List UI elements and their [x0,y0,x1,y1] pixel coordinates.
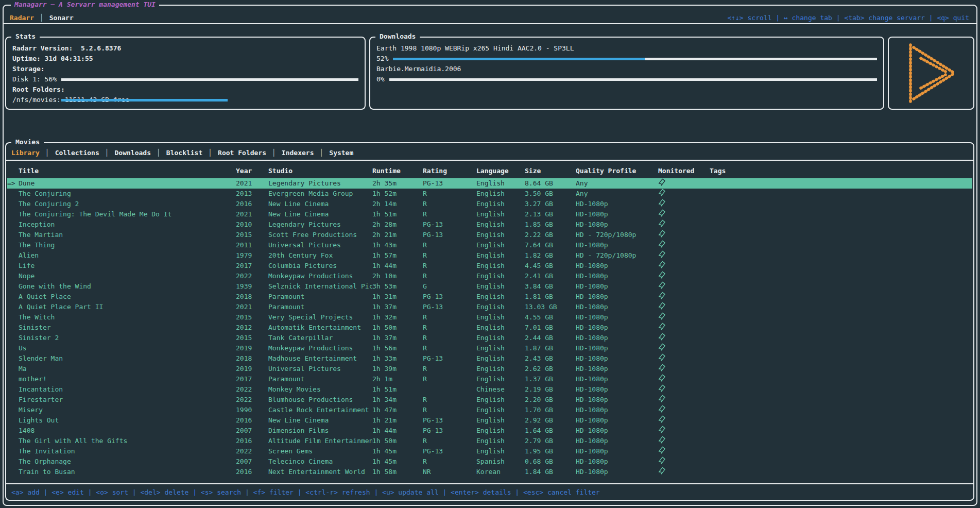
selection-marker [7,446,19,456]
movie-language: English [476,230,525,240]
downloads-list: Earth 1998 1080p WEBRip x265 Hindi AAC2.… [376,43,877,84]
movie-rating: R [423,271,476,281]
movie-title: Us [19,343,236,353]
monitored-bookmark-icon [658,323,665,331]
movie-row[interactable]: mother!2017Paramount2h 1mREnglish1.37 GB… [7,374,972,384]
selection-marker [7,436,19,446]
movie-rating: R [423,312,476,323]
movie-row[interactable]: A Quiet Place2018Paramount1h 31mPG-13Eng… [7,292,972,302]
tab-root-folders[interactable]: Root Folders [218,148,266,158]
monitored-bookmark-icon [658,292,665,300]
movie-language: English [476,240,525,250]
movie-quality-profile: HD-1080p [576,261,658,271]
movie-row[interactable]: =>Dune2021Legendary Pictures2h 35mPG-13E… [7,178,972,189]
movie-year: 2021 [236,209,268,219]
movie-row[interactable]: The Witch2015Very Special Projects1h 32m… [7,312,972,323]
selection-marker [7,240,19,250]
disk-usage-row: Disk 1: 56% [12,74,358,84]
movie-year: 2007 [236,456,268,467]
movie-row[interactable]: The Orphanage2007Telecinco Cinema1h 45mR… [7,456,972,467]
movies-table-body: =>Dune2021Legendary Pictures2h 35mPG-13E… [7,178,972,477]
movie-monitored [658,426,710,436]
movie-row[interactable]: A Quiet Place Part II2021Paramount1h 37m… [7,302,972,312]
movie-row[interactable]: The Invitation2022Screen Gems1h 45mPG-13… [7,446,972,456]
movie-row[interactable]: Alien197920th Century Fox1h 57mREnglish1… [7,250,972,261]
monitored-bookmark-icon [658,395,665,403]
movie-size: 4.55 GB [525,312,576,323]
tab-indexers[interactable]: Indexers [282,148,314,158]
movie-row[interactable]: 14082007Dimension Films1h 44mPG-13Englis… [7,426,972,436]
tab-library[interactable]: Library [11,148,40,158]
monitored-bookmark-icon [658,209,665,217]
movie-rating: G [423,281,476,292]
movie-row[interactable]: The Conjuring2013Evergreen Media Group1h… [7,189,972,199]
movie-year: 2016 [236,415,268,426]
movie-row[interactable]: The Martian2015Scott Free Productions2h … [7,230,972,240]
monitored-bookmark-icon [658,436,665,444]
movie-year: 2012 [236,323,268,333]
column-header-monitored: Monitored [658,166,710,176]
movie-studio: New Line Cinema [268,415,372,426]
movie-language: Spanish [476,456,525,467]
movie-studio: Monkeypaw Productions [268,271,372,281]
movie-quality-profile: HD - 720p/1080p [576,230,658,240]
movie-year: 2019 [236,364,268,374]
movie-year: 2018 [236,292,268,302]
movie-row[interactable]: The Girl with All the Gifts2016Altitude … [7,436,972,446]
movie-studio: New Line Cinema [268,199,372,209]
movie-title: Gone with the Wind [19,281,236,292]
movie-row[interactable]: Sinister2012Automatik Entertainment1h 50… [7,323,972,333]
movie-row[interactable]: Us2019Monkeypaw Productions1h 56mREnglis… [7,343,972,353]
app-title: Managarr — A Servarr management TUI [11,0,159,10]
movie-monitored [658,456,710,467]
movie-row[interactable]: Gone with the Wind1939Selznick Internati… [7,281,972,292]
tab-blocklist[interactable]: Blocklist [166,148,202,158]
movie-language: English [476,302,525,312]
movie-runtime: 2h 35m [372,178,423,189]
movie-size: 2.19 GB [525,384,576,395]
movie-row[interactable]: Slender Man2018Madhouse Entertainment1h … [7,353,972,364]
monitored-bookmark-icon [658,240,665,248]
managarr-play-logo-icon [901,41,961,106]
selection-marker [7,467,19,477]
movie-year: 2021 [236,178,268,189]
download-progress-row: 0% [376,74,877,84]
movie-monitored [658,333,710,343]
selection-marker [7,209,19,219]
movie-row[interactable]: Life2017Columbia Pictures1h 44mREnglish4… [7,261,972,271]
movie-row[interactable]: Misery1990Castle Rock Entertainment1h 47… [7,405,972,415]
stats-panel: Stats Radarr Version: 5.2.6.8376 Uptime:… [5,37,366,110]
movie-row[interactable]: Sinister 22015Tank Caterpillar1h 37mREng… [7,333,972,343]
tab-system[interactable]: System [329,148,353,158]
topbar: Radarr│Sonarr <↑↓> scroll | ↔ change tab… [10,12,969,24]
movie-quality-profile: HD-1080p [576,292,658,302]
monitored-bookmark-icon [658,302,665,310]
movie-row[interactable]: The Thing2011Universal Pictures1h 43mREn… [7,240,972,250]
movie-row[interactable]: Nope2022Monkeypaw Productions2h 10mREngl… [7,271,972,281]
movie-row[interactable]: Ma2019Universal Pictures1h 39mREnglish2.… [7,364,972,374]
column-header-rating: Rating [423,166,476,176]
movie-runtime: 1h 43m [372,240,423,250]
movie-rating: R [423,343,476,353]
movie-row[interactable]: Inception2010Legendary Pictures2h 28mPG-… [7,219,972,230]
tab-downloads[interactable]: Downloads [115,148,151,158]
movie-row[interactable]: Firestarter2022Blumhouse Productions1h 3… [7,395,972,405]
movie-row[interactable]: Lights Out2016New Line Cinema1h 21mPG-13… [7,415,972,426]
movie-runtime: 1h 37m [372,333,423,343]
movie-rating: R [423,333,476,343]
movie-title: Train to Busan [19,467,236,477]
tab-radarr[interactable]: Radarr [10,13,34,23]
movie-row[interactable]: The Conjuring 22016New Line Cinema2h 14m… [7,199,972,209]
monitored-bookmark-icon [658,456,665,465]
movie-title: mother! [19,374,236,384]
movie-title: Lights Out [19,415,236,426]
movie-row[interactable]: The Conjuring: The Devil Made Me Do It20… [7,209,972,219]
movie-year: 2022 [236,384,268,395]
movie-studio: Scott Free Productions [268,230,372,240]
movie-monitored [658,436,710,446]
tab-sonarr[interactable]: Sonarr [49,13,74,23]
movie-row[interactable]: Train to Busan2016Next Entertainment Wor… [7,467,972,477]
movie-size: 7.01 GB [525,323,576,333]
movie-row[interactable]: Incantation2022Monkey Movies1h 51mChines… [7,384,972,395]
tab-collections[interactable]: Collections [55,148,99,158]
